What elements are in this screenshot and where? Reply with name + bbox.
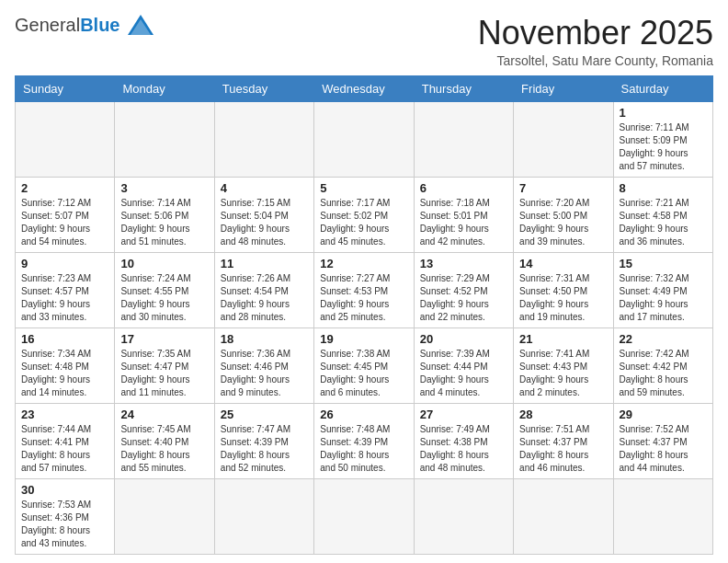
- day-number: 26: [320, 408, 407, 421]
- day-info: Sunrise: 7:31 AM Sunset: 4:50 PM Dayligh…: [519, 272, 607, 324]
- day-info: Sunrise: 7:11 AM Sunset: 5:09 PM Dayligh…: [620, 121, 707, 173]
- calendar-day: [414, 478, 513, 554]
- day-number: 11: [221, 257, 308, 270]
- day-info: Sunrise: 7:24 AM Sunset: 4:55 PM Dayligh…: [120, 272, 208, 324]
- day-info: Sunrise: 7:26 AM Sunset: 4:54 PM Dayligh…: [221, 272, 308, 324]
- day-number: 12: [320, 257, 407, 270]
- calendar-day: 13Sunrise: 7:29 AM Sunset: 4:52 PM Dayli…: [414, 252, 513, 327]
- day-info: Sunrise: 7:51 AM Sunset: 4:37 PM Dayligh…: [519, 423, 607, 475]
- calendar-day: 16Sunrise: 7:34 AM Sunset: 4:48 PM Dayli…: [16, 327, 115, 403]
- day-number: 21: [519, 332, 607, 346]
- weekday-header-thursday: Thursday: [414, 75, 513, 101]
- day-number: 30: [21, 483, 108, 497]
- calendar-day: [115, 478, 214, 554]
- calendar-day: [514, 101, 613, 177]
- day-info: Sunrise: 7:48 AM Sunset: 4:39 PM Dayligh…: [320, 423, 407, 475]
- logo: GeneralBlue: [15, 15, 154, 35]
- day-info: Sunrise: 7:41 AM Sunset: 4:43 PM Dayligh…: [519, 348, 607, 399]
- calendar-day: 11Sunrise: 7:26 AM Sunset: 4:54 PM Dayli…: [214, 252, 313, 327]
- day-number: 1: [620, 106, 707, 120]
- calendar-day: 17Sunrise: 7:35 AM Sunset: 4:47 PM Dayli…: [115, 327, 214, 403]
- day-number: 8: [620, 181, 707, 195]
- day-info: Sunrise: 7:27 AM Sunset: 4:53 PM Dayligh…: [320, 272, 407, 324]
- calendar-day: [314, 101, 414, 177]
- day-number: 9: [21, 257, 108, 270]
- page-header: GeneralBlue November 2025 Tarsoltel, Sat…: [15, 15, 713, 68]
- calendar-table: SundayMondayTuesdayWednesdayThursdayFrid…: [15, 75, 713, 555]
- day-info: Sunrise: 7:29 AM Sunset: 4:52 PM Dayligh…: [420, 272, 507, 324]
- day-number: 19: [320, 332, 407, 346]
- day-info: Sunrise: 7:14 AM Sunset: 5:06 PM Dayligh…: [120, 197, 208, 248]
- calendar-day: [115, 101, 214, 177]
- calendar-day: 9Sunrise: 7:23 AM Sunset: 4:57 PM Daylig…: [16, 252, 115, 327]
- day-number: 6: [420, 181, 507, 195]
- calendar-day: 8Sunrise: 7:21 AM Sunset: 4:58 PM Daylig…: [613, 177, 712, 252]
- day-info: Sunrise: 7:34 AM Sunset: 4:48 PM Dayligh…: [21, 348, 108, 399]
- day-info: Sunrise: 7:23 AM Sunset: 4:57 PM Dayligh…: [21, 272, 108, 324]
- weekday-header-saturday: Saturday: [613, 75, 712, 101]
- day-number: 23: [21, 408, 108, 421]
- weekday-header-friday: Friday: [514, 75, 613, 101]
- day-number: 7: [519, 181, 607, 195]
- day-info: Sunrise: 7:12 AM Sunset: 5:07 PM Dayligh…: [21, 197, 108, 248]
- day-number: 4: [221, 181, 308, 195]
- day-info: Sunrise: 7:18 AM Sunset: 5:01 PM Dayligh…: [420, 197, 507, 248]
- day-number: 24: [120, 408, 208, 421]
- calendar-day: 22Sunrise: 7:42 AM Sunset: 4:42 PM Dayli…: [613, 327, 712, 403]
- calendar-week-row: 1Sunrise: 7:11 AM Sunset: 5:09 PM Daylig…: [16, 101, 713, 177]
- logo-icon: [128, 15, 154, 35]
- day-number: 25: [221, 408, 308, 421]
- calendar-day: 27Sunrise: 7:49 AM Sunset: 4:38 PM Dayli…: [414, 403, 513, 478]
- calendar-day: 12Sunrise: 7:27 AM Sunset: 4:53 PM Dayli…: [314, 252, 414, 327]
- day-info: Sunrise: 7:32 AM Sunset: 4:49 PM Dayligh…: [620, 272, 707, 324]
- calendar-day: [16, 101, 115, 177]
- day-number: 14: [519, 257, 607, 270]
- day-number: 13: [420, 257, 507, 270]
- weekday-header-monday: Monday: [115, 75, 214, 101]
- calendar-day: [514, 478, 613, 554]
- day-number: 17: [120, 332, 208, 346]
- weekday-header-row: SundayMondayTuesdayWednesdayThursdayFrid…: [16, 75, 713, 101]
- calendar-day: 3Sunrise: 7:14 AM Sunset: 5:06 PM Daylig…: [115, 177, 214, 252]
- calendar-day: 26Sunrise: 7:48 AM Sunset: 4:39 PM Dayli…: [314, 403, 414, 478]
- weekday-header-sunday: Sunday: [16, 75, 115, 101]
- logo-general: General: [15, 15, 80, 35]
- calendar-day: 19Sunrise: 7:38 AM Sunset: 4:45 PM Dayli…: [314, 327, 414, 403]
- calendar-day: [613, 478, 712, 554]
- day-info: Sunrise: 7:17 AM Sunset: 5:02 PM Dayligh…: [320, 197, 407, 248]
- day-info: Sunrise: 7:44 AM Sunset: 4:41 PM Dayligh…: [21, 423, 108, 475]
- calendar-week-row: 30Sunrise: 7:53 AM Sunset: 4:36 PM Dayli…: [16, 478, 713, 554]
- calendar-day: [214, 478, 313, 554]
- calendar-week-row: 9Sunrise: 7:23 AM Sunset: 4:57 PM Daylig…: [16, 252, 713, 327]
- day-number: 10: [120, 257, 208, 270]
- calendar-week-row: 2Sunrise: 7:12 AM Sunset: 5:07 PM Daylig…: [16, 177, 713, 252]
- calendar-week-row: 23Sunrise: 7:44 AM Sunset: 4:41 PM Dayli…: [16, 403, 713, 478]
- calendar-day: 1Sunrise: 7:11 AM Sunset: 5:09 PM Daylig…: [613, 101, 712, 177]
- day-number: 22: [620, 332, 707, 346]
- day-number: 20: [420, 332, 507, 346]
- day-number: 27: [420, 408, 507, 421]
- day-info: Sunrise: 7:20 AM Sunset: 5:00 PM Dayligh…: [519, 197, 607, 248]
- weekday-header-wednesday: Wednesday: [314, 75, 414, 101]
- calendar-day: 30Sunrise: 7:53 AM Sunset: 4:36 PM Dayli…: [16, 478, 115, 554]
- calendar-day: 23Sunrise: 7:44 AM Sunset: 4:41 PM Dayli…: [16, 403, 115, 478]
- day-info: Sunrise: 7:21 AM Sunset: 4:58 PM Dayligh…: [620, 197, 707, 248]
- logo-blue: Blue: [80, 15, 119, 35]
- day-number: 3: [120, 181, 208, 195]
- calendar-day: 5Sunrise: 7:17 AM Sunset: 5:02 PM Daylig…: [314, 177, 414, 252]
- day-number: 15: [620, 257, 707, 270]
- calendar-day: 29Sunrise: 7:52 AM Sunset: 4:37 PM Dayli…: [613, 403, 712, 478]
- calendar-day: 20Sunrise: 7:39 AM Sunset: 4:44 PM Dayli…: [414, 327, 513, 403]
- calendar-day: 21Sunrise: 7:41 AM Sunset: 4:43 PM Dayli…: [514, 327, 613, 403]
- day-number: 28: [519, 408, 607, 421]
- day-info: Sunrise: 7:52 AM Sunset: 4:37 PM Dayligh…: [620, 423, 707, 475]
- day-info: Sunrise: 7:49 AM Sunset: 4:38 PM Dayligh…: [420, 423, 507, 475]
- calendar-day: 18Sunrise: 7:36 AM Sunset: 4:46 PM Dayli…: [214, 327, 313, 403]
- day-info: Sunrise: 7:47 AM Sunset: 4:39 PM Dayligh…: [221, 423, 308, 475]
- day-info: Sunrise: 7:35 AM Sunset: 4:47 PM Dayligh…: [120, 348, 208, 399]
- calendar-day: [214, 101, 313, 177]
- day-info: Sunrise: 7:53 AM Sunset: 4:36 PM Dayligh…: [21, 499, 108, 550]
- weekday-header-tuesday: Tuesday: [214, 75, 313, 101]
- calendar-day: 25Sunrise: 7:47 AM Sunset: 4:39 PM Dayli…: [214, 403, 313, 478]
- day-info: Sunrise: 7:45 AM Sunset: 4:40 PM Dayligh…: [120, 423, 208, 475]
